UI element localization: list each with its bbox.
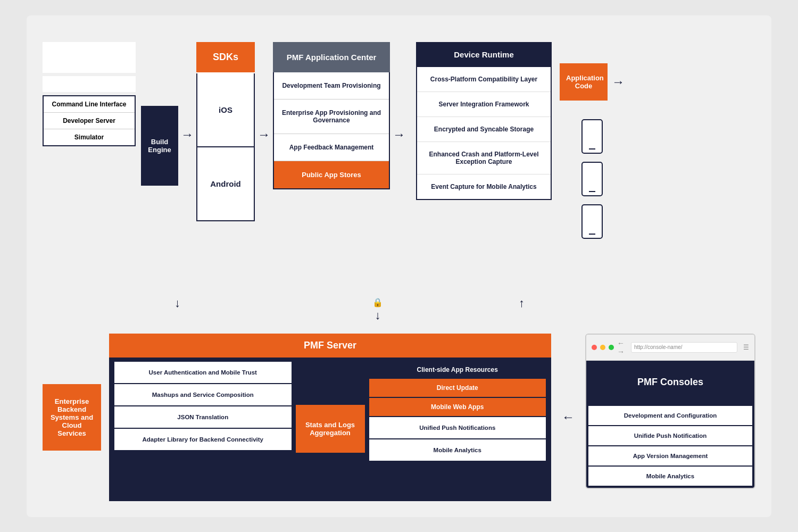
server-right-item-direct-update: Direct Update — [369, 379, 546, 397]
cli-label: Command Line Interface — [52, 101, 126, 108]
top-section: Native IDEs (Xcodo, Android Studio, Visu… — [43, 31, 755, 287]
sdks-header: SDKs — [196, 42, 255, 73]
phone-icon-3 — [581, 204, 603, 239]
pmf-consoles-header: PMF Consoles — [586, 361, 754, 404]
dr-item-2: Server Integration Framework — [417, 92, 551, 117]
console-item-4: Mobile Analytics — [588, 467, 752, 486]
pmf-center-col: PMF Application Center Development Team … — [273, 42, 390, 189]
arrow-sdks-to-pmf: → — [257, 127, 270, 142]
browser-dot-red — [592, 345, 597, 350]
app-code-col: Application Code → — [560, 63, 625, 239]
arrow-app-code-right: → — [612, 74, 625, 89]
dev-server-label: Developer Server — [63, 117, 115, 124]
arrow-build-to-sdks: → — [181, 127, 194, 142]
ios-box: iOS — [196, 73, 255, 147]
pmf-item-1: Development Team Provisioning — [274, 72, 389, 99]
arrow-pmf-to-device: → — [393, 127, 405, 142]
up-arrow-device: ↑ — [519, 297, 525, 309]
arrow-consoles-to-server: ← — [562, 410, 575, 425]
other-ides-label: Other IDEs — [72, 80, 105, 88]
native-ides-box: Native IDEs (Xcodo, Android Studio, Visu… — [43, 42, 136, 73]
console-browser-bar: ← → http://console-name/ ☰ — [586, 335, 754, 361]
console-item-2: Unifide Push Notification — [588, 426, 752, 445]
build-engine-box: Build Engine — [141, 106, 178, 186]
simulator-box: Simulator — [44, 129, 135, 145]
native-ides-label: Native IDEs (Xcodo, Android Studio, Visu… — [55, 46, 123, 69]
other-ides-box: Other IDEs — [43, 76, 136, 92]
server-left-item-3: JSON Translation — [114, 406, 292, 428]
pmf-item-2: Enterprise App Provisioning and Governan… — [274, 99, 389, 134]
device-runtime-col: Device Runtime Cross-Platform Compatibil… — [416, 42, 552, 200]
down-arrow-center: 🔒 ↓ — [372, 297, 383, 321]
server-middle-col: Stats and Logs Aggregation — [296, 358, 365, 500]
sdks-col: SDKs iOS Android — [196, 42, 255, 221]
device-runtime-header: Device Runtime — [416, 42, 552, 67]
browser-nav-icons: ← → — [617, 339, 628, 356]
server-right-item-mobile-web: Mobile Web Apps — [369, 398, 546, 416]
public-app-stores-box: Public App Stores — [274, 161, 389, 188]
server-right-item-push: Unified Push Notifications — [369, 417, 546, 438]
down-arrow-left: ↓ — [174, 297, 180, 309]
pmf-consoles-body: Development and Configuration Unifide Pu… — [586, 404, 754, 488]
browser-dot-green — [609, 345, 614, 350]
dr-item-4: Enhanced Crash and Platform-Level Except… — [417, 142, 551, 174]
pmf-server-body: User Authentication and Mobile Trust Mas… — [109, 358, 551, 501]
console-item-1: Development and Configuration — [588, 406, 752, 425]
android-box: Android — [196, 147, 255, 221]
app-code-label: Application Code — [560, 63, 608, 101]
stats-logs-box: Stats and Logs Aggregation — [296, 405, 365, 453]
dr-item-1: Cross-Platform Compatibility Layer — [417, 67, 551, 92]
device-runtime-body: Cross-Platform Compatibility Layer Serve… — [416, 67, 552, 200]
server-left-col: User Authentication and Mobile Trust Mas… — [110, 358, 296, 500]
enterprise-backend-box: Enterprise Backend Systems and Cloud Ser… — [43, 384, 101, 451]
pmf-center-header: PMF Application Center — [273, 42, 390, 72]
client-resources-label: Client-side App Resources — [369, 362, 546, 378]
server-right-col: Client-side App Resources Direct Update … — [365, 358, 551, 500]
server-left-item-2: Mashups and Service Composition — [114, 384, 292, 405]
left-col-ides: Native IDEs (Xcodo, Android Studio, Visu… — [43, 42, 136, 146]
pmf-server-section: PMF Server User Authentication and Mobil… — [109, 334, 551, 501]
build-engine-label: Build Engine — [148, 138, 171, 154]
build-engine-col: Build Engine — [141, 106, 178, 186]
cli-group: Command Line Interface Developer Server … — [43, 95, 136, 146]
phone-icon-1 — [581, 119, 603, 154]
browser-dot-yellow — [600, 345, 605, 350]
dr-item-3: Encrypted and Syncable Storage — [417, 117, 551, 142]
pmf-server-header: PMF Server — [109, 334, 551, 358]
dr-item-5: Event Capture for Mobile Analytics — [417, 174, 551, 199]
connector-arrows-area: ↓ 🔒 ↓ ↑ — [43, 297, 755, 329]
browser-menu-icon: ☰ — [743, 344, 749, 351]
diagram-container: Native IDEs (Xcodo, Android Studio, Visu… — [27, 15, 771, 517]
server-right-item-analytics: Mobile Analytics — [369, 439, 546, 461]
server-left-item-4: Adapter Library for Backend Connectivity — [114, 429, 292, 450]
dev-server-box: Developer Server — [44, 113, 135, 129]
pmf-item-3: App Feedback Management — [274, 134, 389, 161]
simulator-label: Simulator — [74, 134, 104, 141]
server-left-item-1: User Authentication and Mobile Trust — [114, 362, 292, 383]
phone-icons — [581, 119, 603, 239]
pmf-consoles-section: ← → http://console-name/ ☰ PMF Consoles … — [585, 334, 755, 489]
pmf-center-body: Development Team Provisioning Enterprise… — [273, 72, 390, 189]
cli-box: Command Line Interface — [44, 96, 135, 113]
enterprise-backend-label: Enterprise Backend Systems and Cloud Ser… — [51, 397, 93, 437]
bottom-section: Enterprise Backend Systems and Cloud Ser… — [43, 334, 755, 501]
phone-icon-2 — [581, 162, 603, 196]
console-item-3: App Version Management — [588, 446, 752, 466]
browser-url-bar: http://console-name/ — [631, 342, 737, 353]
